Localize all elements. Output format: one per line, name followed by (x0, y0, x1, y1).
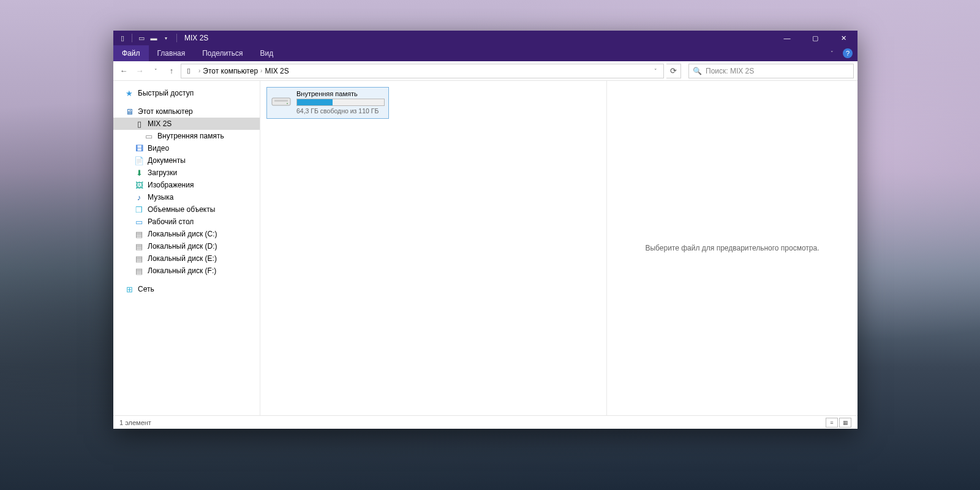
window-title: MIX 2S (184, 34, 208, 42)
sidebar-pictures[interactable]: 🖼Изображения (113, 179, 260, 191)
separator (176, 34, 177, 42)
sidebar-item-label: Документы (148, 156, 186, 165)
sidebar-item-label: Локальный диск (F:) (148, 266, 216, 275)
sidebar-documents[interactable]: 📄Документы (113, 154, 260, 167)
svg-point-2 (287, 103, 288, 104)
body: ★ Быстрый доступ 🖥 Этот компьютер ▯ MIX … (113, 81, 858, 415)
drive-capacity-fill (297, 99, 333, 105)
sidebar-item-label: Быстрый доступ (138, 89, 194, 97)
help-icon[interactable]: ? (843, 48, 853, 58)
separator (132, 34, 132, 42)
sidebar-item-label: Музыка (148, 193, 173, 202)
sidebar-device-mix2s[interactable]: ▯ MIX 2S (113, 118, 260, 130)
sidebar-item-label: Локальный диск (C:) (148, 230, 217, 238)
sidebar-item-label: Загрузки (148, 168, 177, 177)
sidebar-item-label: Внутренняя память (157, 132, 224, 140)
ribbon-tab-file[interactable]: Файл (113, 45, 149, 61)
ribbon-collapse-icon[interactable]: ˅ (826, 45, 838, 61)
sidebar-item-label: Локальный диск (E:) (148, 254, 217, 263)
sidebar-internal-storage[interactable]: ▭ Внутренняя память (113, 130, 260, 142)
sidebar-network[interactable]: ⊞ Сеть (113, 283, 260, 295)
drive-icon (271, 90, 292, 111)
sidebar-item-label: MIX 2S (148, 119, 172, 128)
drive-free-text: 64,3 ГБ свободно из 110 ГБ (296, 107, 385, 115)
address-bar[interactable]: ▯ › Этот компьютер › MIX 2S ˅ (181, 64, 664, 78)
sidebar: ★ Быстрый доступ 🖥 Этот компьютер ▯ MIX … (113, 81, 260, 415)
sidebar-disk-d[interactable]: ▤Локальный диск (D:) (113, 240, 260, 252)
history-dropdown[interactable]: ˅ (149, 64, 162, 78)
view-details-button[interactable]: ≡ (826, 418, 838, 428)
device-icon: ▯ (118, 34, 127, 42)
sidebar-item-label: Объемные объекты (148, 205, 215, 214)
up-button[interactable]: ↑ (165, 64, 178, 78)
ribbon-tab-share[interactable]: Поделиться (194, 45, 251, 61)
properties-icon[interactable]: ▭ (137, 34, 146, 42)
status-bar: 1 элемент ≡ ▦ (113, 415, 858, 429)
maximize-button[interactable]: ▢ (801, 31, 829, 45)
svg-rect-1 (274, 100, 288, 102)
status-item-count: 1 элемент (119, 419, 151, 426)
drive-capacity-bar (296, 99, 385, 106)
ribbon-tab-home[interactable]: Главная (149, 45, 194, 61)
back-button[interactable]: ← (117, 64, 130, 78)
sidebar-downloads[interactable]: ⬇Загрузки (113, 167, 260, 179)
phone-icon: ▯ (184, 66, 194, 76)
window-controls: — ▢ ✕ (773, 31, 858, 45)
sidebar-3d-objects[interactable]: ❒Объемные объекты (113, 203, 260, 216)
disk-icon: ▤ (134, 241, 144, 251)
preview-empty-text: Выберите файл для предварительного просм… (645, 244, 819, 252)
ribbon-tab-view[interactable]: Вид (251, 45, 282, 61)
preview-pane: Выберите файл для предварительного просм… (606, 81, 858, 415)
cube-icon: ❒ (134, 205, 144, 214)
chevron-right-icon[interactable]: › (198, 67, 200, 74)
sidebar-item-label: Видео (148, 144, 169, 153)
monitor-icon: 🖥 (124, 107, 134, 116)
search-placeholder: Поиск: MIX 2S (706, 67, 754, 75)
content-pane[interactable]: Внутренняя память 64,3 ГБ свободно из 11… (260, 81, 606, 415)
search-input[interactable]: 🔍 Поиск: MIX 2S (688, 64, 854, 78)
navbar: ← → ˅ ↑ ▯ › Этот компьютер › MIX 2S ˅ ⟳ … (113, 61, 858, 81)
close-button[interactable]: ✕ (829, 31, 858, 45)
drive-name: Внутренняя память (296, 90, 385, 97)
sidebar-disk-e[interactable]: ▤Локальный диск (E:) (113, 252, 260, 265)
sidebar-videos[interactable]: 🎞Видео (113, 142, 260, 154)
sidebar-music[interactable]: ♪Музыка (113, 191, 260, 203)
breadcrumb-device[interactable]: MIX 2S (265, 67, 288, 75)
chevron-right-icon[interactable]: › (260, 67, 262, 74)
forward-button[interactable]: → (133, 64, 146, 78)
drive-info: Внутренняя память 64,3 ГБ свободно из 11… (296, 90, 385, 115)
document-icon: 📄 (134, 156, 144, 165)
folder-icon[interactable]: ▬ (149, 34, 158, 42)
disk-icon: ▤ (134, 229, 144, 239)
titlebar[interactable]: ▯ ▭ ▬ ▾ MIX 2S — ▢ ✕ (113, 31, 858, 45)
music-icon: ♪ (134, 192, 144, 202)
network-icon: ⊞ (124, 284, 134, 294)
desktop-icon: ▭ (134, 217, 144, 227)
sidebar-quick-access[interactable]: ★ Быстрый доступ (113, 87, 260, 99)
minimize-button[interactable]: — (773, 31, 801, 45)
sidebar-item-label: Сеть (138, 285, 154, 293)
download-icon: ⬇ (134, 168, 144, 178)
quick-access-toolbar: ▯ ▭ ▬ ▾ (113, 34, 175, 42)
sidebar-disk-c[interactable]: ▤Локальный диск (C:) (113, 228, 260, 240)
sidebar-this-pc[interactable]: 🖥 Этот компьютер (113, 105, 260, 118)
phone-icon: ▯ (134, 119, 144, 129)
disk-icon: ▤ (134, 254, 144, 263)
view-toggle: ≡ ▦ (826, 418, 851, 428)
qat-dropdown-icon[interactable]: ▾ (162, 34, 170, 42)
video-icon: 🎞 (134, 143, 144, 153)
image-icon: 🖼 (134, 180, 144, 190)
disk-icon: ▤ (134, 266, 144, 276)
address-dropdown-icon[interactable]: ˅ (650, 68, 661, 74)
sidebar-disk-f[interactable]: ▤Локальный диск (F:) (113, 265, 260, 277)
sidebar-item-label: Этот компьютер (138, 107, 193, 116)
breadcrumb-pc[interactable]: Этот компьютер (203, 67, 258, 75)
sidebar-item-label: Изображения (148, 181, 194, 189)
view-tiles-button[interactable]: ▦ (839, 418, 851, 428)
drive-tile-internal-storage[interactable]: Внутренняя память 64,3 ГБ свободно из 11… (266, 87, 389, 119)
refresh-button[interactable]: ⟳ (666, 64, 681, 78)
sidebar-desktop[interactable]: ▭Рабочий стол (113, 216, 260, 228)
search-icon: 🔍 (693, 67, 702, 75)
ribbon: Файл Главная Поделиться Вид ˅ ? (113, 45, 858, 61)
sidebar-item-label: Локальный диск (D:) (148, 242, 217, 251)
